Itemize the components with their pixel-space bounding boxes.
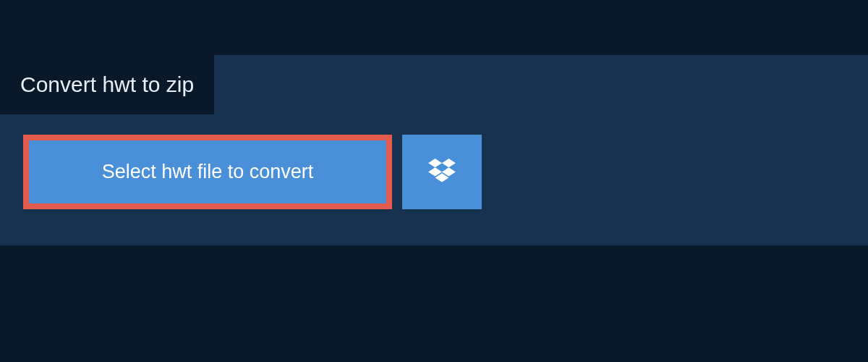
dropbox-button[interactable] (402, 135, 482, 209)
select-file-button[interactable]: Select hwt file to convert (23, 135, 392, 209)
page-tab: Convert hwt to zip (0, 55, 214, 114)
select-file-label: Select hwt file to convert (102, 161, 314, 183)
dropbox-icon (428, 159, 456, 186)
tab-title: Convert hwt to zip (20, 72, 194, 96)
